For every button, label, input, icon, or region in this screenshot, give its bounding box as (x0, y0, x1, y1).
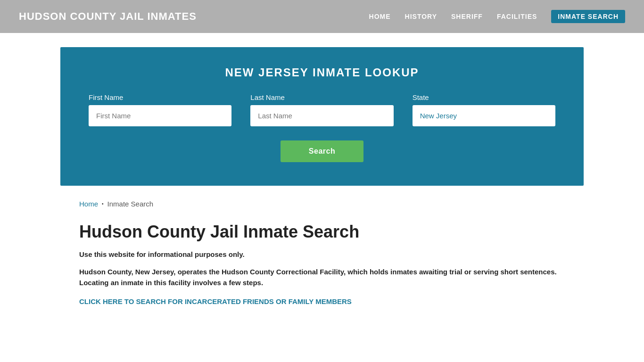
lookup-title: NEW JERSEY INMATE LOOKUP (89, 66, 555, 79)
cta-search-link[interactable]: CLICK HERE to Search for Incarcerated Fr… (79, 297, 352, 305)
nav-facilities[interactable]: FACILITIES (497, 13, 537, 20)
state-input[interactable] (413, 105, 555, 126)
page-title: Hudson County Jail Inmate Search (79, 222, 565, 242)
state-group: State (413, 93, 555, 126)
breadcrumb-separator: • (102, 201, 104, 206)
main-content: Home • Inmate Search Hudson County Jail … (60, 200, 584, 325)
first-name-label: First Name (89, 93, 231, 101)
state-label: State (413, 93, 555, 101)
info-line-1: Use this website for informational purpo… (79, 250, 565, 258)
breadcrumb: Home • Inmate Search (79, 200, 565, 208)
breadcrumb-home-link[interactable]: Home (79, 200, 98, 208)
info-line-2: Hudson County, New Jersey, operates the … (79, 267, 565, 288)
nav-history[interactable]: HISTORY (405, 13, 437, 20)
search-fields-row: First Name Last Name State (89, 93, 555, 126)
site-header: HUDSON COUNTY JAIL INMATES HOME HISTORY … (0, 0, 644, 33)
inmate-lookup-section: NEW JERSEY INMATE LOOKUP First Name Last… (60, 47, 584, 186)
search-button[interactable]: Search (281, 140, 363, 162)
last-name-group: Last Name (250, 93, 393, 126)
last-name-input[interactable] (250, 105, 393, 126)
first-name-group: First Name (89, 93, 231, 126)
nav-sheriff[interactable]: SHERIFF (451, 13, 483, 20)
nav-home[interactable]: HOME (369, 13, 391, 20)
site-title: HUDSON COUNTY JAIL INMATES (19, 10, 197, 23)
first-name-input[interactable] (89, 105, 231, 126)
search-button-wrap: Search (89, 140, 555, 162)
main-nav: HOME HISTORY SHERIFF FACILITIES INMATE S… (369, 10, 625, 23)
nav-inmate-search[interactable]: INMATE SEARCH (551, 10, 625, 23)
last-name-label: Last Name (250, 93, 393, 101)
breadcrumb-current: Inmate Search (107, 200, 154, 208)
